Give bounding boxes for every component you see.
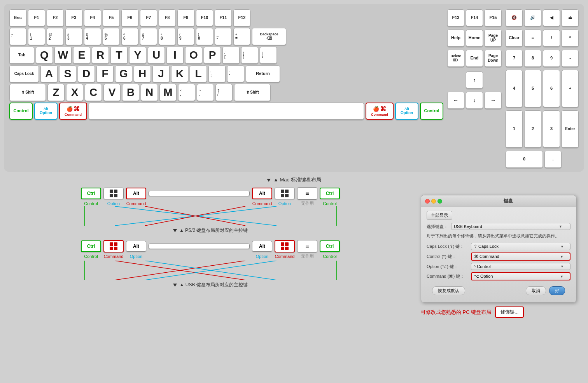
ps2-space[interactable] (149, 191, 250, 196)
key-f14[interactable]: F14 (466, 9, 483, 26)
key-np-0[interactable]: 0 (506, 151, 543, 168)
key-semicolon[interactable]: : ; (208, 65, 226, 82)
key-minus[interactable]: _ - (215, 28, 232, 45)
key-4[interactable]: $ 4 (84, 28, 101, 45)
ps2-win-right[interactable] (275, 188, 295, 199)
key-f15[interactable]: F15 (485, 9, 502, 26)
key-z[interactable]: Z (47, 84, 65, 101)
key-k[interactable]: K (171, 65, 188, 82)
key-f3[interactable]: F3 (65, 9, 82, 26)
key-f11[interactable]: F11 (215, 9, 232, 26)
key-ctrl-left[interactable]: Control (9, 103, 33, 120)
key-s[interactable]: S (59, 65, 76, 82)
key-arrow-left[interactable]: ← (447, 92, 464, 109)
close-button[interactable] (425, 199, 430, 204)
key-pageup[interactable]: PageUP (485, 30, 502, 47)
key-home[interactable]: Home (466, 30, 483, 47)
key-shift-left[interactable]: ⇧ Shift (9, 84, 46, 101)
usb-win-left[interactable] (103, 240, 124, 252)
ok-button[interactable]: 好 (549, 286, 565, 295)
key-help[interactable]: Help (447, 30, 464, 47)
cancel-button[interactable]: 取消 (526, 286, 546, 295)
key-u[interactable]: U (148, 47, 165, 64)
key-f7[interactable]: F7 (140, 9, 157, 26)
key-np-enter[interactable]: Enter (562, 110, 579, 148)
command-select[interactable]: ⌥ Option ▼ (471, 272, 570, 280)
modify-keys-button[interactable]: 修饰键... (495, 306, 524, 318)
key-3[interactable]: # 3 (65, 28, 82, 45)
key-command-right[interactable]: 🍎 ⌘ Command (366, 103, 394, 120)
key-np-dot[interactable]: . (544, 151, 562, 168)
key-command-left[interactable]: 🍎 ⌘ Command (59, 103, 87, 120)
key-b[interactable]: B (122, 84, 139, 101)
key-lbracket[interactable]: { [ (222, 47, 240, 64)
key-x[interactable]: X (66, 84, 83, 101)
key-9[interactable]: ( 9 (177, 28, 194, 45)
key-delete-fwd[interactable]: Delete⌦ (447, 50, 464, 67)
key-arrow-right[interactable]: → (485, 92, 502, 109)
ps2-win-left[interactable] (103, 188, 124, 199)
key-vol-up[interactable]: 🔊 (524, 9, 541, 26)
key-f9[interactable]: F9 (177, 9, 194, 26)
key-np-5[interactable]: 5 (524, 70, 541, 107)
key-m[interactable]: M (159, 84, 177, 101)
key-l[interactable]: L (190, 65, 207, 82)
key-period[interactable]: > . (197, 84, 214, 101)
key-ctrl-right[interactable]: Control (420, 103, 443, 120)
usb-win-right[interactable] (275, 240, 295, 252)
reset-defaults-button[interactable]: 恢复成默认 (432, 286, 465, 295)
key-np-minus[interactable]: - (562, 50, 579, 67)
key-f6[interactable]: F6 (121, 9, 138, 26)
key-i[interactable]: I (166, 47, 184, 64)
key-v[interactable]: V (103, 84, 121, 101)
key-arrow-down[interactable]: ↓ (466, 92, 483, 109)
key-r[interactable]: R (92, 47, 109, 64)
key-np-6[interactable]: 6 (543, 70, 560, 107)
key-5[interactable]: % 5 (103, 28, 120, 45)
key-f4[interactable]: F4 (84, 9, 101, 26)
key-h[interactable]: H (134, 65, 151, 82)
key-f2[interactable]: F2 (47, 9, 64, 26)
key-c[interactable]: C (85, 84, 102, 101)
key-1[interactable]: ! 1 (28, 28, 45, 45)
key-esc[interactable]: Esc (9, 9, 26, 26)
key-e[interactable]: E (73, 47, 90, 64)
key-t[interactable]: T (110, 47, 128, 64)
usb-menu[interactable]: ≡ (297, 240, 317, 252)
key-0[interactable]: ) 0 (196, 28, 213, 45)
ps2-menu[interactable]: ≡ (297, 187, 317, 200)
usb-ctrl-right[interactable]: Ctrl (320, 240, 340, 252)
key-np-8[interactable]: 8 (524, 50, 541, 67)
key-o[interactable]: O (185, 47, 202, 64)
option-select[interactable]: ^ Control ▼ (471, 263, 570, 270)
key-backtick[interactable]: ~ ` (9, 28, 26, 45)
key-arrow-up[interactable]: ↑ (466, 71, 483, 89)
caps-lock-select[interactable]: ⇧ Caps Lock ▼ (471, 243, 570, 250)
key-np-mul[interactable]: * (562, 30, 579, 47)
key-p[interactable]: P (204, 47, 221, 64)
key-f8[interactable]: F8 (159, 9, 176, 26)
key-j[interactable]: J (152, 65, 170, 82)
ps2-alt-right[interactable]: Alt (252, 188, 272, 199)
key-8[interactable]: * 8 (159, 28, 176, 45)
key-np-9[interactable]: 9 (543, 50, 560, 67)
key-f12[interactable]: F12 (233, 9, 250, 26)
key-np-7[interactable]: 7 (506, 50, 523, 67)
key-f[interactable]: F (96, 65, 114, 82)
key-f10[interactable]: F10 (196, 9, 213, 26)
key-caps-lock[interactable]: Caps Lock (9, 65, 39, 82)
key-quote[interactable]: " ' (227, 65, 244, 82)
key-return[interactable]: Return (246, 65, 280, 82)
key-w[interactable]: W (54, 47, 72, 64)
key-q[interactable]: Q (36, 47, 53, 64)
key-f1[interactable]: F1 (28, 9, 45, 26)
key-np-div[interactable]: / (543, 30, 560, 47)
ps2-alt-left[interactable]: Alt (126, 188, 146, 199)
key-option-right[interactable]: Alt Option (395, 103, 418, 120)
key-np-1[interactable]: 1 (506, 110, 523, 148)
key-np-4[interactable]: 4 (506, 70, 523, 107)
key-a[interactable]: A (40, 65, 58, 82)
usb-ctrl-left[interactable]: Ctrl (81, 240, 101, 252)
key-pagedown[interactable]: PageDown (485, 50, 502, 67)
usb-space[interactable] (149, 244, 250, 249)
